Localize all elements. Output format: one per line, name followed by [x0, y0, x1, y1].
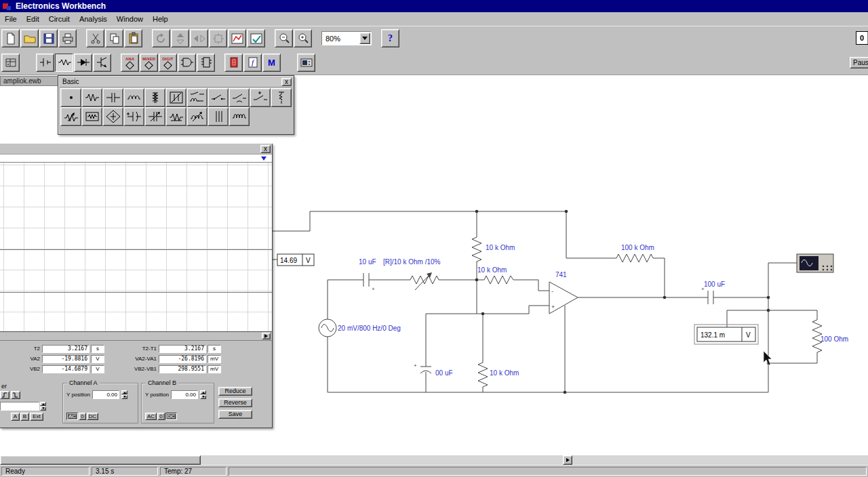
- zoom-out-button[interactable]: [275, 29, 293, 47]
- cut-button[interactable]: [86, 29, 104, 47]
- polarized-capacitor-button[interactable]: [123, 107, 144, 126]
- basic-close-button[interactable]: x: [281, 78, 292, 86]
- magnetic-core-button[interactable]: [208, 107, 229, 126]
- print-button[interactable]: [58, 29, 77, 47]
- pullup-resistor-button[interactable]: [271, 88, 292, 107]
- nonlinear-resistor-button[interactable]: [165, 107, 186, 126]
- channel-a-zero-button[interactable]: 0: [79, 413, 85, 420]
- resistor-r1[interactable]: 10 k Ohm: [472, 234, 515, 265]
- open-file-button[interactable]: [20, 29, 39, 47]
- basic-bin-button[interactable]: [55, 54, 73, 72]
- channel-b-zero-button[interactable]: 0: [157, 413, 164, 420]
- variable-inductor-button[interactable]: [186, 107, 208, 126]
- transistors-bin-button[interactable]: [93, 54, 111, 72]
- digital-bin-button[interactable]: [197, 54, 215, 72]
- resistor-pack-button[interactable]: [81, 107, 102, 126]
- voltage-controlled-switch-button[interactable]: [250, 88, 271, 107]
- display-graphs-button[interactable]: [228, 29, 246, 47]
- basic-parts-window[interactable]: Basic x: [58, 75, 294, 135]
- reverse-button[interactable]: Reverse: [218, 398, 252, 407]
- horizontal-scrollbar[interactable]: [0, 455, 868, 465]
- resistor-r5[interactable]: 10 k Ohm: [478, 360, 519, 387]
- channel-b-ac-button[interactable]: AC: [145, 413, 157, 420]
- voltmeter-1[interactable]: 14.69 V: [277, 254, 314, 266]
- channel-a-y-position-field[interactable]: 0.00: [92, 390, 119, 399]
- capacitor-button[interactable]: [102, 88, 123, 107]
- resistor-r4-feedback[interactable]: 100 k Ohm: [614, 244, 656, 262]
- channel-a-ac-button[interactable]: AC: [66, 413, 78, 420]
- variable-capacitor-button[interactable]: [144, 107, 165, 126]
- coreless-coil-button[interactable]: [229, 107, 250, 126]
- save-button[interactable]: Save: [218, 410, 252, 419]
- chevron-down-icon[interactable]: [359, 33, 370, 44]
- resistor-r2[interactable]: 10 k Ohm: [477, 266, 517, 284]
- controls-bin-button[interactable]: f: [243, 54, 262, 72]
- sources-bin-button[interactable]: [36, 54, 54, 72]
- diodes-bin-button[interactable]: [74, 54, 92, 72]
- analog-ics-bin-button[interactable]: ANA: [121, 54, 139, 72]
- oscilloscope-window[interactable]: x T23.2167s VA2-19.8816V VB2-14.6879V T2…: [0, 144, 273, 428]
- potentiometer-button[interactable]: [60, 107, 81, 126]
- miscellaneous-bin-button[interactable]: M: [262, 54, 281, 72]
- channel-a-y-spinner[interactable]: [121, 390, 127, 399]
- analysis-options-button[interactable]: [247, 29, 265, 47]
- save-button[interactable]: [39, 29, 58, 47]
- nonlinear-transformer-button[interactable]: [165, 88, 186, 107]
- paste-button[interactable]: [124, 29, 142, 47]
- potentiometer[interactable]: [R]/10 k Ohm /10%: [383, 258, 442, 290]
- scope-titlebar[interactable]: x: [0, 144, 272, 154]
- scope-close-button[interactable]: x: [260, 145, 271, 153]
- create-subcircuit-button[interactable]: [209, 29, 227, 47]
- trigger-ext-button[interactable]: Ext: [30, 413, 43, 421]
- trigger-b-button[interactable]: B: [20, 413, 29, 421]
- trigger-level-field[interactable]: [0, 402, 39, 411]
- scroll-right-icon[interactable]: [262, 333, 271, 339]
- flip-vertical-button[interactable]: [171, 29, 189, 47]
- copy-button[interactable]: [105, 29, 123, 47]
- zoom-level-select[interactable]: 80%: [321, 31, 372, 45]
- basic-titlebar[interactable]: Basic x: [60, 77, 292, 87]
- new-file-button[interactable]: [1, 29, 20, 47]
- menu-file[interactable]: File: [0, 14, 22, 24]
- channel-b-y-position-field[interactable]: 0.00: [171, 390, 198, 399]
- digital-ics-bin-button[interactable]: DIGIT: [159, 54, 177, 72]
- menu-help[interactable]: Help: [148, 14, 173, 24]
- resistor-r6-load[interactable]: 100 Ohm: [812, 317, 848, 356]
- menu-analysis[interactable]: Analysis: [75, 14, 112, 24]
- voltmeter-2[interactable]: 132.1 m V: [694, 325, 758, 344]
- spin-down-icon[interactable]: [200, 395, 206, 399]
- channel-b-dc-button[interactable]: DC: [165, 413, 178, 420]
- capacitor-c3[interactable]: + 100 uF: [701, 281, 725, 304]
- opamp-741[interactable]: - + 741: [549, 271, 578, 314]
- app-titlebar[interactable]: Electronics Workbench: [0, 0, 868, 12]
- relay-button[interactable]: [186, 88, 208, 107]
- time-delay-switch-button[interactable]: [229, 88, 250, 107]
- channel-b-y-spinner[interactable]: [200, 390, 206, 399]
- menu-window[interactable]: Window: [112, 14, 148, 24]
- trigger-rising-edge-button[interactable]: [0, 391, 9, 399]
- scrollbar-thumb[interactable]: [0, 455, 201, 465]
- reduce-button[interactable]: Reduce: [218, 387, 252, 396]
- oscilloscope-icon[interactable]: [797, 254, 833, 272]
- ac-source[interactable]: 20 mV/800 Hz/0 Deg: [319, 319, 401, 337]
- pause-button[interactable]: Pause: [850, 57, 868, 68]
- zoom-in-button[interactable]: [294, 29, 312, 47]
- power-switch[interactable]: 0 I: [856, 31, 868, 45]
- help-button[interactable]: ?: [381, 29, 399, 47]
- connector-button[interactable]: [60, 88, 81, 107]
- trigger-a-button[interactable]: A: [11, 413, 20, 421]
- capacitor-c2[interactable]: + 00 uF: [414, 362, 453, 377]
- indicators-bin-button[interactable]: [224, 54, 243, 72]
- trigger-falling-edge-button[interactable]: [11, 391, 20, 399]
- instruments-bin-button[interactable]: [297, 54, 315, 72]
- scope-graph-scrollbar[interactable]: [0, 332, 272, 341]
- switch-button[interactable]: [208, 88, 229, 107]
- capacitor-c1[interactable]: + 10 uF: [359, 258, 376, 292]
- resistor-button[interactable]: [81, 88, 102, 107]
- diode-bridge-button[interactable]: [102, 107, 123, 126]
- transformer-button[interactable]: [144, 88, 165, 107]
- scroll-right-button[interactable]: [563, 455, 572, 465]
- flip-horizontal-button[interactable]: [190, 29, 208, 47]
- mixed-ics-bin-button[interactable]: MIXED: [140, 54, 158, 72]
- inductor-button[interactable]: [123, 88, 144, 107]
